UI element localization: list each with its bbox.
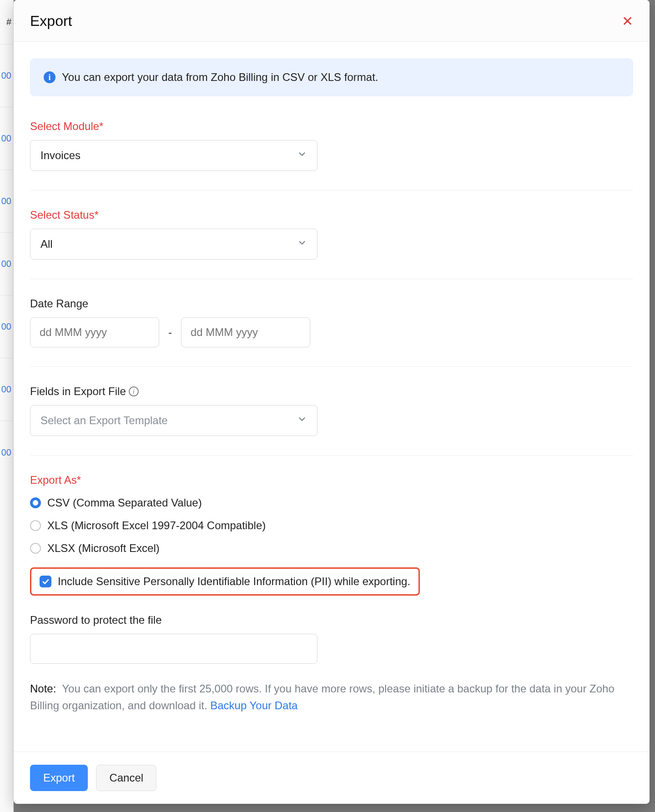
date-from-input[interactable] (30, 317, 159, 347)
bg-cell: 00 (0, 107, 13, 170)
bg-cell: 00 (0, 170, 13, 233)
module-value: Invoices (40, 149, 81, 162)
bg-cell: 00 (0, 421, 13, 484)
date-range-row: - (30, 317, 633, 347)
bg-cell: 00 (0, 358, 13, 421)
fields-select[interactable]: Select an Export Template (30, 405, 317, 436)
pii-highlight: Include Sensitive Personally Identifiabl… (30, 567, 420, 596)
radio-icon (30, 520, 41, 531)
cancel-button[interactable]: Cancel (96, 765, 156, 791)
radio-xls[interactable]: XLS (Microsoft Excel 1997-2004 Compatibl… (30, 519, 633, 532)
bg-header-cell: # (0, 0, 13, 45)
modal-title: Export (30, 13, 72, 30)
date-separator: - (168, 326, 172, 339)
fields-label: Fields in Export File i (30, 385, 633, 398)
radio-label: XLS (Microsoft Excel 1997-2004 Compatibl… (47, 519, 266, 532)
module-label: Select Module* (30, 120, 633, 133)
export-modal: Export ✕ i You can export your data from… (14, 0, 650, 804)
date-range-label: Date Range (30, 297, 633, 310)
radio-xlsx[interactable]: XLSX (Microsoft Excel) (30, 542, 633, 555)
status-label: Select Status* (30, 209, 633, 221)
radio-icon (30, 497, 41, 508)
status-select[interactable]: All (30, 229, 317, 260)
password-label: Password to protect the file (30, 614, 633, 627)
status-section: Select Status* All (30, 209, 633, 279)
backup-link[interactable]: Backup Your Data (210, 699, 297, 712)
chevron-down-icon (297, 414, 307, 427)
chevron-down-icon (297, 238, 307, 251)
modal-footer: Export Cancel (14, 752, 650, 804)
radio-icon (30, 543, 41, 554)
export-as-label: Export As* (30, 474, 633, 486)
status-value: All (40, 238, 53, 251)
info-icon: i (44, 71, 55, 83)
fields-section: Fields in Export File i Select an Export… (30, 385, 633, 456)
modal-header: Export ✕ (14, 0, 650, 42)
date-range-section: Date Range - (30, 297, 633, 367)
radio-label: CSV (Comma Separated Value) (47, 496, 202, 509)
radio-csv[interactable]: CSV (Comma Separated Value) (30, 496, 633, 509)
radio-label: XLSX (Microsoft Excel) (47, 542, 160, 555)
note-block: Note: You can export only the first 25,0… (30, 680, 633, 714)
export-as-radio-group: CSV (Comma Separated Value) XLS (Microso… (30, 496, 633, 555)
pii-checkbox[interactable] (40, 576, 51, 587)
banner-text: You can export your data from Zoho Billi… (62, 71, 378, 84)
bg-cell: 00 (0, 233, 13, 296)
password-section: Password to protect the file (30, 614, 633, 664)
module-section: Select Module* Invoices (30, 120, 633, 190)
note-text: You can export only the first 25,000 row… (30, 682, 615, 712)
close-icon[interactable]: ✕ (622, 15, 633, 28)
date-to-input[interactable] (181, 317, 310, 347)
export-as-section: Export As* CSV (Comma Separated Value) X… (30, 474, 633, 714)
export-button[interactable]: Export (30, 765, 88, 791)
password-input[interactable] (30, 634, 317, 664)
note-prefix: Note: (30, 682, 56, 695)
background-grid: # 00 00 00 00 00 00 00 (0, 0, 14, 812)
pii-label: Include Sensitive Personally Identifiabl… (58, 575, 410, 588)
fields-placeholder: Select an Export Template (40, 414, 168, 427)
help-icon[interactable]: i (129, 386, 139, 396)
module-select[interactable]: Invoices (30, 140, 317, 171)
chevron-down-icon (297, 149, 307, 162)
modal-body: i You can export your data from Zoho Bil… (14, 42, 650, 752)
info-banner: i You can export your data from Zoho Bil… (30, 58, 633, 96)
bg-cell: 00 (0, 296, 13, 358)
bg-cell: 00 (0, 45, 13, 107)
